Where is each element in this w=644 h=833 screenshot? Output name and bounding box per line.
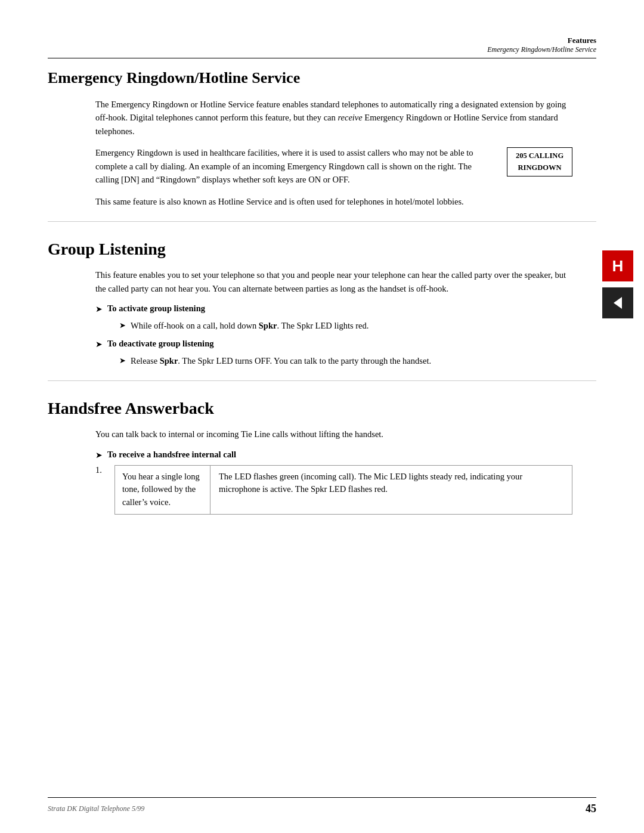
spkr-bold-2: Spkr xyxy=(160,356,178,366)
calling-box-line2: RINGDOWN xyxy=(513,162,566,174)
header-features-label: Features xyxy=(487,36,596,45)
step-1-left: You hear a single long tone, followed by… xyxy=(115,466,210,514)
italic-receive: receive xyxy=(338,113,362,122)
calling-box: 205 CALLING RINGDOWN xyxy=(507,147,572,176)
deactivate-bullet: ➤ To deactivate group listening xyxy=(95,339,596,349)
emergency-paragraph2-text: Emergency Ringdown is used in healthcare… xyxy=(95,146,496,186)
emergency-section-title: Emergency Ringdown/Hotline Service xyxy=(48,69,596,87)
group-listening-title: Group Listening xyxy=(48,240,596,259)
header-subtitle: Emergency Ringdown/Hotline Service xyxy=(487,45,596,54)
section-divider xyxy=(48,221,596,222)
deactivate-sub-bullet: ➤ Release Spkr. The Spkr LED turns OFF. … xyxy=(119,354,572,367)
spkr-bold-1: Spkr xyxy=(259,321,277,330)
step-1-row: 1. You hear a single long tone, followed… xyxy=(95,465,572,515)
right-sidebar: H xyxy=(602,250,633,318)
back-arrow-icon xyxy=(602,287,633,318)
deactivate-sub-text: Release Spkr. The Spkr LED turns OFF. Yo… xyxy=(131,354,431,367)
group-listening-paragraph1: This feature enables you to set your tel… xyxy=(95,268,572,295)
page: Features Emergency Ringdown/Hotline Serv… xyxy=(0,0,644,833)
activate-sub-arrow-icon: ➤ xyxy=(119,320,126,332)
emergency-paragraph2-wrapper: Emergency Ringdown is used in healthcare… xyxy=(95,146,572,186)
step-1-right: The LED flashes green (incoming call). T… xyxy=(210,466,572,514)
calling-box-line1: 205 CALLING xyxy=(513,150,566,162)
receive-arrow-icon: ➤ xyxy=(95,450,103,460)
header-bar: Features Emergency Ringdown/Hotline Serv… xyxy=(48,36,596,58)
handsfree-paragraph1: You can talk back to internal or incomin… xyxy=(95,428,572,441)
emergency-paragraph3: This same feature is also known as Hotli… xyxy=(95,195,572,208)
svg-marker-0 xyxy=(614,297,622,309)
receive-label: To receive a handsfree internal call xyxy=(107,450,236,460)
footer-page-number: 45 xyxy=(586,803,596,815)
activate-sub-bullet: ➤ While off-hook on a call, hold down Sp… xyxy=(119,319,572,332)
emergency-paragraph1: The Emergency Ringdown or Hotline Servic… xyxy=(95,98,572,138)
activate-label: To activate group listening xyxy=(107,304,205,314)
footer-left: Strata DK Digital Telephone 5/99 xyxy=(48,804,144,813)
header-right: Features Emergency Ringdown/Hotline Serv… xyxy=(487,36,596,54)
handsfree-title: Handsfree Answerback xyxy=(48,399,596,418)
step-number-1: 1. xyxy=(95,465,114,515)
back-arrow-svg xyxy=(609,294,627,312)
deactivate-label: To deactivate group listening xyxy=(107,339,213,349)
deactivate-arrow-icon: ➤ xyxy=(95,339,103,349)
receive-bullet: ➤ To receive a handsfree internal call xyxy=(95,450,596,460)
step-1-content: You hear a single long tone, followed by… xyxy=(114,465,572,515)
activate-arrow-icon: ➤ xyxy=(95,304,103,314)
h-icon: H xyxy=(602,250,633,281)
deactivate-sub-arrow-icon: ➤ xyxy=(119,355,126,367)
footer: Strata DK Digital Telephone 5/99 45 xyxy=(48,797,596,815)
activate-bullet: ➤ To activate group listening xyxy=(95,304,596,314)
section-divider-2 xyxy=(48,380,596,381)
activate-sub-text: While off-hook on a call, hold down Spkr… xyxy=(131,319,369,332)
